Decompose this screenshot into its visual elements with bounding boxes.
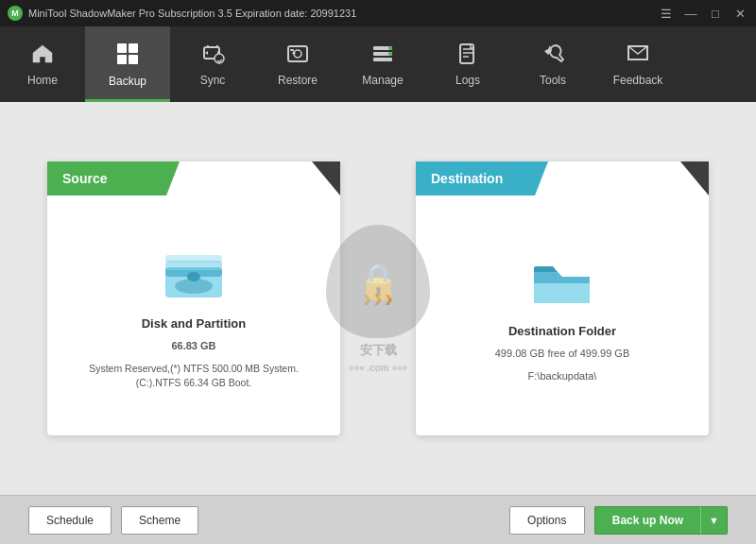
svg-rect-20 — [165, 255, 222, 263]
feedback-icon — [626, 42, 650, 70]
source-card-title: Disk and Partition — [142, 316, 247, 331]
destination-card-size: 499.08 GB free of 499.99 GB — [481, 346, 644, 362]
logo-text: M — [11, 8, 19, 18]
navbar: Home Backup Sync — [0, 26, 756, 102]
source-header-corner — [312, 162, 340, 196]
arrow-chevron-2: › — [373, 283, 382, 314]
tools-icon — [541, 42, 565, 70]
arrow-chevron-1: › — [363, 283, 371, 314]
sidebar-item-feedback[interactable]: Feedback — [595, 26, 680, 102]
backup-label: Backup — [109, 75, 146, 88]
watermark-subtext: »»» .com ««« — [349, 363, 407, 373]
sidebar-item-manage[interactable]: Manage — [340, 26, 425, 102]
schedule-button[interactable]: Schedule — [28, 506, 112, 535]
titlebar: M MiniTool ShadowMaker Pro Subscription … — [0, 0, 756, 26]
bottom-left: Schedule Scheme — [28, 506, 198, 535]
arrow-area: › › › — [340, 283, 416, 314]
svg-rect-11 — [373, 58, 392, 61]
disk-icon — [161, 253, 227, 309]
source-icon-area: Disk and Partition 66.83 GB System Reser… — [75, 190, 313, 435]
destination-card-path: F:\backupdata\ — [514, 368, 611, 384]
manage-label: Manage — [362, 74, 403, 87]
destination-card-header: Destination — [416, 162, 709, 196]
destination-header-corner — [680, 162, 709, 196]
destination-card-title: Destination Folder — [508, 324, 616, 338]
destination-header-label: Destination — [431, 171, 503, 186]
folder-icon — [531, 261, 593, 316]
backup-now-group: Back up Now ▼ — [594, 506, 728, 535]
tools-label: Tools — [540, 74, 566, 87]
destination-card[interactable]: Destination Destination Folder 499.08 GB… — [416, 162, 709, 435]
options-button[interactable]: Options — [509, 506, 585, 535]
destination-icon-area: Destination Folder 499.08 GB free of 499… — [481, 190, 644, 435]
svg-rect-1 — [129, 43, 138, 53]
backup-icon — [114, 41, 141, 71]
svg-rect-8 — [290, 49, 294, 51]
svg-point-12 — [388, 46, 392, 50]
restore-icon — [285, 42, 310, 70]
sync-icon — [200, 42, 225, 70]
logs-label: Logs — [455, 74, 480, 87]
home-icon — [30, 42, 55, 70]
close-button[interactable]: ✕ — [731, 5, 748, 22]
watermark-text: 安下载 — [360, 342, 397, 359]
backup-now-button[interactable]: Back up Now — [594, 506, 700, 535]
arrows: › › › — [363, 283, 393, 314]
svg-rect-6 — [288, 46, 307, 61]
feedback-label: Feedback — [613, 74, 663, 87]
svg-rect-2 — [117, 55, 127, 64]
sidebar-item-restore[interactable]: Restore — [255, 26, 340, 102]
arrow-chevron-3: › — [385, 283, 393, 314]
destination-header-bg: Destination — [416, 162, 548, 196]
sync-label: Sync — [200, 74, 226, 87]
main-content: 🔒 安下载 »»» .com ««« Source — [0, 102, 756, 495]
source-card-header: Source — [47, 162, 340, 196]
menu-button[interactable]: ☰ — [658, 5, 675, 22]
svg-rect-0 — [117, 43, 127, 53]
restore-label: Restore — [278, 74, 318, 87]
titlebar-controls: ☰ — □ ✕ — [658, 5, 748, 22]
source-card-size: 66.83 GB — [157, 338, 230, 354]
sidebar-item-tools[interactable]: Tools — [510, 26, 595, 102]
backup-now-dropdown-button[interactable]: ▼ — [700, 506, 728, 535]
source-card-details: System Reserved,(*) NTFS 500.00 MB Syste… — [75, 362, 313, 392]
source-card[interactable]: Source Disk and Partition 66.83 GB Syste… — [47, 162, 340, 435]
bottom-right: Options Back up Now ▼ — [509, 506, 728, 535]
home-label: Home — [27, 74, 58, 87]
svg-rect-14 — [460, 44, 473, 63]
scheme-button[interactable]: Scheme — [121, 506, 198, 535]
logs-icon — [455, 42, 480, 70]
svg-point-13 — [388, 52, 392, 56]
sidebar-item-sync[interactable]: Sync — [170, 26, 255, 102]
bottom-bar: Schedule Scheme Options Back up Now ▼ — [0, 495, 756, 544]
manage-icon — [370, 42, 395, 70]
svg-rect-3 — [129, 55, 138, 64]
sidebar-item-logs[interactable]: Logs — [425, 26, 510, 102]
source-header-bg: Source — [47, 162, 180, 196]
watermark-shield: 🔒 — [326, 225, 430, 338]
app-logo: M — [8, 6, 23, 21]
titlebar-title: MiniTool ShadowMaker Pro Subscription 3.… — [28, 8, 356, 19]
maximize-button[interactable]: □ — [707, 5, 724, 22]
sidebar-item-home[interactable]: Home — [0, 26, 85, 102]
source-header-label: Source — [62, 171, 107, 186]
minimize-button[interactable]: — — [682, 5, 699, 22]
svg-point-18 — [175, 279, 213, 294]
sidebar-item-backup[interactable]: Backup — [85, 26, 170, 102]
titlebar-left: M MiniTool ShadowMaker Pro Subscription … — [8, 6, 356, 21]
